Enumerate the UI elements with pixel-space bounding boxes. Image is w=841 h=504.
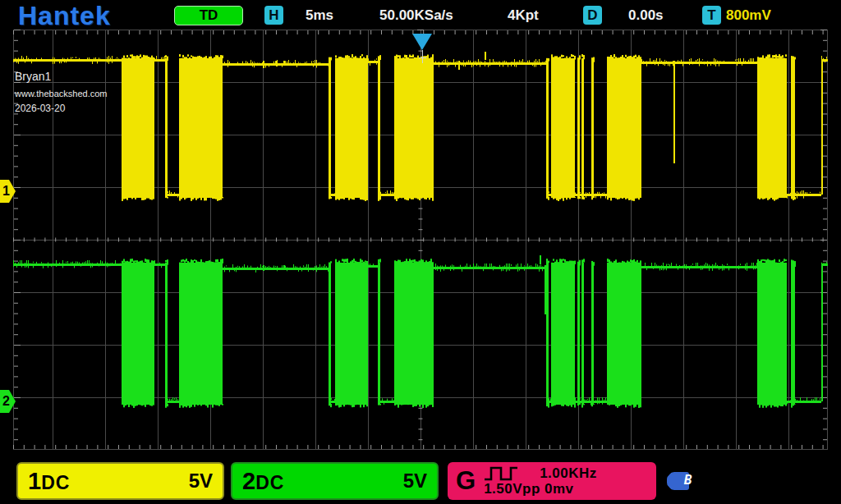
generator-amplitude-offset: 1.50Vpp 0mv bbox=[484, 481, 597, 497]
generator-info-box: G 1.00KHz 1.50Vpp 0mv bbox=[448, 462, 656, 500]
usb-device-letter: B bbox=[684, 472, 692, 488]
ch2-scale: 5V bbox=[403, 470, 427, 493]
sample-rate-readout: 50.00KSa/s bbox=[379, 7, 453, 24]
generator-readouts: 1.00KHz 1.50Vpp 0mv bbox=[484, 465, 597, 497]
acquisition-mode-badge: TD bbox=[174, 6, 243, 25]
generator-label: G bbox=[456, 466, 476, 496]
trigger-stem bbox=[422, 50, 423, 63]
square-wave-icon bbox=[484, 466, 518, 481]
annotation-username: Bryan1 bbox=[15, 70, 51, 83]
bottom-status-bar: 1DC 5V 2DC 5V G 1.00KHz 1.50Vpp 0mv B bbox=[0, 450, 841, 504]
timebase-readout: 5ms bbox=[306, 7, 333, 24]
trigger-cross-tick bbox=[419, 57, 426, 58]
ch1-scale: 5V bbox=[189, 470, 213, 493]
trigger-badge-icon: T bbox=[702, 6, 721, 25]
memory-depth-readout: 4Kpt bbox=[508, 7, 539, 24]
delay-badge-icon: D bbox=[583, 6, 602, 25]
horizontal-offset-readout: 0.00s bbox=[628, 7, 664, 24]
ch2-info-box: 2DC 5V bbox=[231, 462, 439, 500]
hantek-logo: Hantek bbox=[18, 1, 111, 31]
top-status-bar: Hantek TD H 5ms 50.00KSa/s 4Kpt D 0.00s … bbox=[0, 0, 841, 30]
waveform-display: Bryan1 www.thebackshed.com 2026-03-20 bbox=[0, 30, 841, 450]
trigger-level-readout: 800mV bbox=[726, 7, 771, 24]
ch1-label: 1DC bbox=[28, 468, 70, 495]
ch2-label: 2DC bbox=[242, 468, 284, 495]
ch1-info-box: 1DC 5V bbox=[16, 462, 224, 500]
trigger-position-icon bbox=[412, 34, 432, 50]
annotation-website: www.thebackshed.com bbox=[15, 89, 108, 99]
generator-frequency: 1.00KHz bbox=[540, 465, 597, 481]
horizontal-badge-icon: H bbox=[264, 6, 283, 25]
annotation-date: 2026-03-20 bbox=[15, 103, 65, 114]
scope-graticule-and-traces bbox=[0, 30, 841, 450]
oscilloscope-screen: Hantek TD H 5ms 50.00KSa/s 4Kpt D 0.00s … bbox=[0, 0, 841, 504]
